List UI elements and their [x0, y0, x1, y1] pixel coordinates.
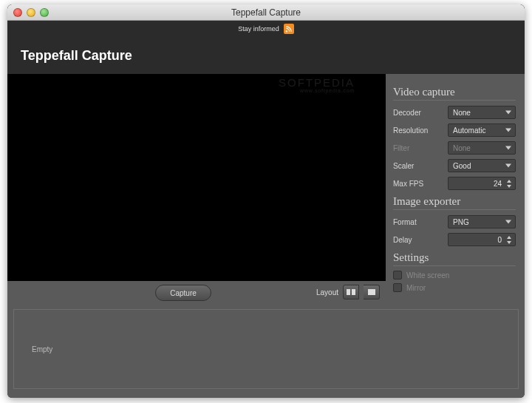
section-image-exporter: Image exporter	[393, 195, 516, 210]
scaler-select[interactable]: Good	[448, 159, 516, 172]
resolution-select[interactable]: Automatic	[448, 123, 516, 137]
maxfps-label: Max FPS	[393, 180, 423, 188]
close-icon[interactable]	[13, 8, 22, 17]
maxfps-stepper[interactable]: 24	[448, 177, 516, 190]
toolbar: Capture Layout	[7, 281, 525, 306]
traffic-lights	[13, 8, 49, 17]
format-label: Format	[393, 218, 417, 226]
rss-icon[interactable]	[284, 24, 294, 34]
minimize-icon[interactable]	[27, 8, 35, 17]
row-white-screen: White screen	[393, 271, 516, 280]
layout-group: Layout	[316, 285, 380, 299]
row-format: Format PNG	[393, 214, 516, 229]
titlebar: Teppefall Capture	[7, 4, 525, 21]
row-decoder: Decoder None	[393, 105, 516, 120]
bottom-pane: Empty	[13, 309, 519, 389]
stepper-arrows-icon[interactable]	[505, 178, 514, 189]
row-delay: Delay 0	[393, 232, 516, 247]
stepper-arrows-icon[interactable]	[505, 234, 514, 245]
layout-split-icon	[347, 288, 355, 297]
filter-select: None	[448, 141, 516, 155]
top-strip: Stay informed	[7, 21, 525, 37]
resolution-label: Resolution	[393, 126, 428, 135]
layout-single-icon	[367, 288, 376, 297]
empty-label: Empty	[32, 345, 52, 353]
header: Teppefall Capture	[7, 37, 525, 74]
section-settings: Settings	[393, 251, 516, 266]
layout-label: Layout	[316, 288, 338, 297]
watermark: SOFTPEDIA www.softpedia.com	[279, 77, 355, 93]
filter-label: Filter	[393, 144, 409, 152]
main-content: SOFTPEDIA www.softpedia.com Video captur…	[7, 74, 525, 398]
delay-stepper[interactable]: 0	[448, 233, 516, 246]
format-select[interactable]: PNG	[448, 215, 516, 228]
preview-area: SOFTPEDIA www.softpedia.com	[7, 74, 386, 281]
row-filter: Filter None	[393, 140, 516, 155]
row-maxfps: Max FPS 24	[393, 176, 516, 191]
svg-rect-1	[352, 289, 355, 295]
app-window: Teppefall Capture Stay informed Teppefal…	[7, 4, 525, 398]
layout-single-button[interactable]	[364, 285, 380, 299]
row-resolution: Resolution Automatic	[393, 123, 516, 138]
white-screen-label: White screen	[406, 271, 449, 280]
decoder-select[interactable]: None	[448, 106, 516, 119]
white-screen-checkbox[interactable]	[393, 271, 402, 280]
section-video-capture: Video capture	[393, 86, 516, 101]
stay-informed-label: Stay informed	[238, 25, 279, 33]
watermark-sub: www.softpedia.com	[279, 88, 355, 93]
svg-rect-2	[368, 289, 375, 295]
capture-button[interactable]: Capture	[155, 285, 211, 301]
delay-label: Delay	[393, 236, 412, 244]
row-scaler: Scaler Good	[393, 158, 516, 173]
app-title: Teppefall Capture	[21, 48, 132, 64]
watermark-text: SOFTPEDIA	[279, 76, 355, 89]
zoom-icon[interactable]	[40, 8, 49, 17]
layout-split-button[interactable]	[343, 285, 359, 299]
decoder-label: Decoder	[393, 109, 421, 117]
scaler-label: Scaler	[393, 162, 414, 170]
window-title: Teppefall Capture	[7, 7, 525, 18]
svg-rect-0	[347, 289, 350, 295]
